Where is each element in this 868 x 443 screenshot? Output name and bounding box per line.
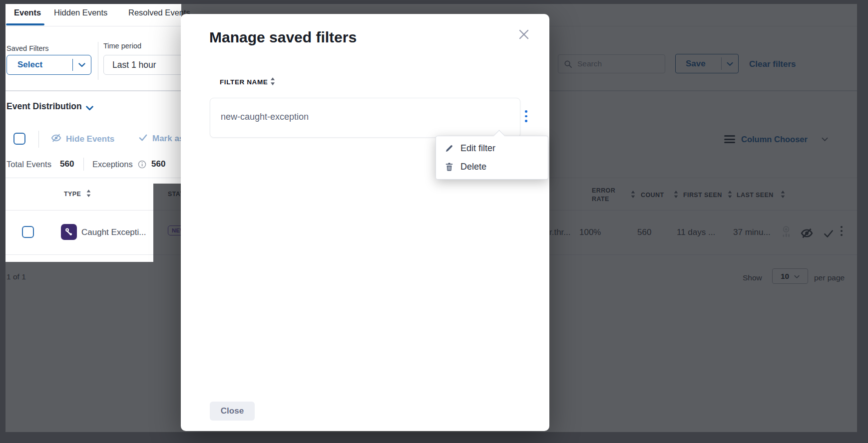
window-frame-top — [0, 0, 868, 4]
total-events-value: 560 — [60, 159, 74, 169]
hide-events-button[interactable]: Hide Events — [51, 133, 114, 146]
modal-backdrop — [153, 184, 181, 262]
exceptions-label: Exceptions — [92, 160, 133, 169]
trash-icon — [444, 162, 454, 172]
modal-backdrop — [5, 262, 181, 432]
exceptions-value: 560 — [151, 159, 165, 169]
info-icon[interactable] — [138, 160, 146, 171]
tab-hidden-events[interactable]: Hidden Events — [54, 8, 107, 17]
saved-filters-select[interactable]: Select — [6, 55, 91, 75]
window-frame-left — [0, 4, 5, 443]
manage-saved-filters-modal: Manage saved filters FILTER NAME new-cau… — [181, 14, 549, 431]
toolbar-divider — [98, 42, 98, 80]
saved-filters-label: Saved Filters — [6, 44, 49, 52]
chevron-down-icon[interactable] — [78, 60, 85, 69]
time-period-label: Time period — [103, 42, 141, 50]
tab-events[interactable]: Events — [14, 8, 41, 17]
saved-filter-name: new-caught-exception — [221, 112, 309, 122]
active-tab-indicator — [6, 23, 44, 25]
time-period-value: Last 1 hour — [112, 60, 156, 70]
close-button-label: Close — [221, 406, 244, 416]
row-type-label[interactable]: Caught Excepti... — [81, 227, 146, 237]
filter-kebab-menu-icon[interactable] — [525, 110, 527, 122]
saved-filter-row: new-caught-exception — [210, 98, 520, 138]
select-divider — [72, 59, 73, 71]
pencil-icon — [444, 144, 454, 153]
modal-title: Manage saved filters — [209, 29, 357, 46]
sort-icon[interactable] — [270, 77, 276, 86]
caught-exception-type-icon — [61, 224, 77, 240]
event-distribution-chevron-icon[interactable] — [86, 104, 93, 113]
header-type[interactable]: TYPE — [64, 191, 81, 198]
delete-filter-label: Delete — [460, 162, 486, 172]
row-checkbox[interactable] — [22, 226, 34, 238]
delete-filter-menu-item[interactable]: Delete — [436, 158, 548, 176]
window-frame-bottom — [0, 432, 868, 443]
bulk-divider — [38, 131, 39, 148]
check-icon — [138, 133, 148, 145]
filter-name-column-header[interactable]: FILTER NAME — [220, 78, 268, 86]
sort-icon[interactable] — [86, 189, 91, 198]
filter-context-menu: Edit filter Delete — [435, 136, 548, 180]
close-icon[interactable] — [517, 28, 530, 43]
totals-divider — [83, 158, 84, 171]
eye-slash-icon — [51, 133, 61, 146]
app-window: Events Hidden Events Resolved Events Sav… — [0, 0, 868, 443]
close-button[interactable]: Close — [210, 402, 255, 421]
hide-events-label: Hide Events — [66, 134, 114, 144]
event-distribution-title: Event Distribution — [6, 101, 82, 112]
edit-filter-label: Edit filter — [460, 143, 495, 154]
select-all-checkbox[interactable] — [13, 133, 25, 145]
edit-filter-menu-item[interactable]: Edit filter — [436, 139, 548, 158]
saved-filters-value: Select — [17, 60, 42, 70]
window-frame-right — [857, 4, 868, 443]
total-events-label: Total Events — [6, 160, 51, 169]
